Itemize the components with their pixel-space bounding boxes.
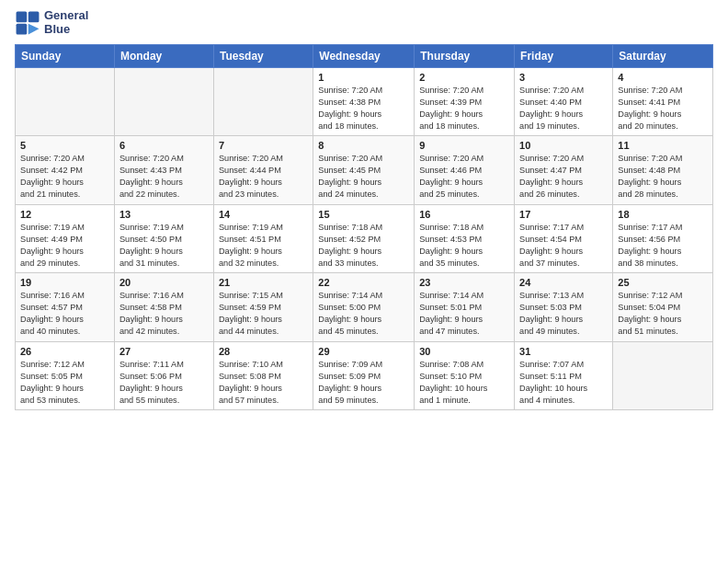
day-number: 29 — [318, 346, 409, 357]
day-number: 18 — [618, 209, 708, 220]
day-info: Sunrise: 7:10 AM Sunset: 5:08 PM Dayligh… — [219, 359, 308, 407]
calendar-cell: 27Sunrise: 7:11 AM Sunset: 5:06 PM Dayli… — [114, 341, 213, 410]
weekday-header-thursday: Thursday — [415, 44, 515, 67]
day-info: Sunrise: 7:08 AM Sunset: 5:10 PM Dayligh… — [419, 359, 509, 407]
calendar-cell: 2Sunrise: 7:20 AM Sunset: 4:39 PM Daylig… — [415, 67, 515, 136]
day-info: Sunrise: 7:20 AM Sunset: 4:47 PM Dayligh… — [519, 153, 608, 201]
day-info: Sunrise: 7:16 AM Sunset: 4:57 PM Dayligh… — [20, 290, 109, 338]
day-number: 3 — [519, 72, 608, 83]
day-number: 20 — [119, 277, 209, 288]
day-number: 16 — [419, 209, 509, 220]
day-info: Sunrise: 7:15 AM Sunset: 4:59 PM Dayligh… — [219, 290, 308, 338]
calendar-week-2: 5Sunrise: 7:20 AM Sunset: 4:42 PM Daylig… — [16, 136, 713, 205]
calendar-cell: 8Sunrise: 7:20 AM Sunset: 4:45 PM Daylig… — [313, 136, 415, 205]
day-number: 2 — [419, 72, 509, 83]
day-info: Sunrise: 7:20 AM Sunset: 4:42 PM Dayligh… — [20, 153, 109, 201]
calendar-week-4: 19Sunrise: 7:16 AM Sunset: 4:57 PM Dayli… — [16, 273, 713, 342]
calendar-cell: 14Sunrise: 7:19 AM Sunset: 4:51 PM Dayli… — [213, 204, 313, 273]
calendar-cell: 22Sunrise: 7:14 AM Sunset: 5:00 PM Dayli… — [313, 273, 415, 342]
day-number: 23 — [419, 277, 509, 288]
calendar-cell: 23Sunrise: 7:14 AM Sunset: 5:01 PM Dayli… — [415, 273, 515, 342]
day-info: Sunrise: 7:17 AM Sunset: 4:54 PM Dayligh… — [519, 222, 608, 270]
day-info: Sunrise: 7:20 AM Sunset: 4:44 PM Dayligh… — [219, 153, 308, 201]
weekday-header-tuesday: Tuesday — [213, 44, 313, 67]
day-number: 1 — [318, 72, 409, 83]
day-info: Sunrise: 7:09 AM Sunset: 5:09 PM Dayligh… — [318, 359, 409, 407]
day-info: Sunrise: 7:17 AM Sunset: 4:56 PM Dayligh… — [618, 222, 708, 270]
calendar-cell: 26Sunrise: 7:12 AM Sunset: 5:05 PM Dayli… — [16, 341, 115, 410]
logo-text: General Blue — [44, 9, 88, 37]
day-info: Sunrise: 7:16 AM Sunset: 4:58 PM Dayligh… — [119, 290, 209, 338]
day-number: 12 — [20, 209, 109, 220]
calendar-week-5: 26Sunrise: 7:12 AM Sunset: 5:05 PM Dayli… — [16, 341, 713, 410]
day-info: Sunrise: 7:20 AM Sunset: 4:43 PM Dayligh… — [119, 153, 209, 201]
calendar-cell: 3Sunrise: 7:20 AM Sunset: 4:40 PM Daylig… — [515, 67, 613, 136]
calendar-cell — [213, 67, 313, 136]
day-info: Sunrise: 7:20 AM Sunset: 4:41 PM Dayligh… — [618, 85, 708, 132]
day-number: 13 — [119, 209, 209, 220]
calendar-cell: 1Sunrise: 7:20 AM Sunset: 4:38 PM Daylig… — [313, 67, 415, 136]
page: General Blue SundayMondayTuesdayWednesda… — [0, 0, 728, 425]
day-number: 11 — [618, 140, 708, 151]
calendar-cell — [114, 67, 213, 136]
day-number: 10 — [519, 140, 608, 151]
calendar-cell: 5Sunrise: 7:20 AM Sunset: 4:42 PM Daylig… — [16, 136, 115, 205]
day-number: 24 — [519, 277, 608, 288]
weekday-header-wednesday: Wednesday — [313, 44, 415, 67]
weekday-header-saturday: Saturday — [613, 44, 713, 67]
day-number: 30 — [419, 346, 509, 357]
day-info: Sunrise: 7:19 AM Sunset: 4:49 PM Dayligh… — [20, 222, 109, 270]
weekday-header-monday: Monday — [114, 44, 213, 67]
day-info: Sunrise: 7:20 AM Sunset: 4:48 PM Dayligh… — [618, 153, 708, 201]
calendar-cell: 17Sunrise: 7:17 AM Sunset: 4:54 PM Dayli… — [515, 204, 613, 273]
header: General Blue — [15, 9, 713, 37]
day-info: Sunrise: 7:12 AM Sunset: 5:04 PM Dayligh… — [618, 290, 708, 338]
calendar-week-1: 1Sunrise: 7:20 AM Sunset: 4:38 PM Daylig… — [16, 67, 713, 136]
calendar-cell: 16Sunrise: 7:18 AM Sunset: 4:53 PM Dayli… — [415, 204, 515, 273]
day-number: 19 — [20, 277, 109, 288]
calendar-cell: 15Sunrise: 7:18 AM Sunset: 4:52 PM Dayli… — [313, 204, 415, 273]
calendar-week-3: 12Sunrise: 7:19 AM Sunset: 4:49 PM Dayli… — [16, 204, 713, 273]
day-number: 5 — [20, 140, 109, 151]
day-info: Sunrise: 7:20 AM Sunset: 4:39 PM Dayligh… — [419, 85, 509, 132]
day-number: 8 — [318, 140, 409, 151]
svg-rect-3 — [17, 24, 28, 35]
day-info: Sunrise: 7:20 AM Sunset: 4:45 PM Dayligh… — [318, 153, 409, 201]
day-info: Sunrise: 7:18 AM Sunset: 4:53 PM Dayligh… — [419, 222, 509, 270]
day-info: Sunrise: 7:07 AM Sunset: 5:11 PM Dayligh… — [519, 359, 608, 407]
calendar-table: SundayMondayTuesdayWednesdayThursdayFrid… — [15, 44, 713, 411]
day-number: 27 — [119, 346, 209, 357]
calendar-cell: 11Sunrise: 7:20 AM Sunset: 4:48 PM Dayli… — [613, 136, 713, 205]
day-info: Sunrise: 7:20 AM Sunset: 4:46 PM Dayligh… — [419, 153, 509, 201]
day-info: Sunrise: 7:20 AM Sunset: 4:38 PM Dayligh… — [318, 85, 409, 132]
calendar-cell: 25Sunrise: 7:12 AM Sunset: 5:04 PM Dayli… — [613, 273, 713, 342]
day-info: Sunrise: 7:14 AM Sunset: 5:00 PM Dayligh… — [318, 290, 409, 338]
calendar-cell — [613, 341, 713, 410]
weekday-header-sunday: Sunday — [16, 44, 115, 67]
calendar-cell: 10Sunrise: 7:20 AM Sunset: 4:47 PM Dayli… — [515, 136, 613, 205]
calendar-cell: 6Sunrise: 7:20 AM Sunset: 4:43 PM Daylig… — [114, 136, 213, 205]
calendar-cell: 19Sunrise: 7:16 AM Sunset: 4:57 PM Dayli… — [16, 273, 115, 342]
calendar-cell: 12Sunrise: 7:19 AM Sunset: 4:49 PM Dayli… — [16, 204, 115, 273]
day-info: Sunrise: 7:19 AM Sunset: 4:50 PM Dayligh… — [119, 222, 209, 270]
svg-rect-1 — [17, 11, 28, 22]
calendar-cell: 4Sunrise: 7:20 AM Sunset: 4:41 PM Daylig… — [613, 67, 713, 136]
day-info: Sunrise: 7:18 AM Sunset: 4:52 PM Dayligh… — [318, 222, 409, 270]
day-number: 31 — [519, 346, 608, 357]
day-info: Sunrise: 7:12 AM Sunset: 5:05 PM Dayligh… — [20, 359, 109, 407]
day-number: 22 — [318, 277, 409, 288]
calendar-cell: 9Sunrise: 7:20 AM Sunset: 4:46 PM Daylig… — [415, 136, 515, 205]
day-number: 6 — [119, 140, 209, 151]
day-info: Sunrise: 7:14 AM Sunset: 5:01 PM Dayligh… — [419, 290, 509, 338]
day-info: Sunrise: 7:20 AM Sunset: 4:40 PM Dayligh… — [519, 85, 608, 132]
logo-icon — [15, 10, 40, 36]
calendar-cell: 24Sunrise: 7:13 AM Sunset: 5:03 PM Dayli… — [515, 273, 613, 342]
calendar-cell: 28Sunrise: 7:10 AM Sunset: 5:08 PM Dayli… — [213, 341, 313, 410]
day-number: 9 — [419, 140, 509, 151]
calendar-cell — [16, 67, 115, 136]
day-number: 17 — [519, 209, 608, 220]
day-info: Sunrise: 7:19 AM Sunset: 4:51 PM Dayligh… — [219, 222, 308, 270]
weekday-header-row: SundayMondayTuesdayWednesdayThursdayFrid… — [16, 44, 713, 67]
calendar-cell: 29Sunrise: 7:09 AM Sunset: 5:09 PM Dayli… — [313, 341, 415, 410]
day-info: Sunrise: 7:13 AM Sunset: 5:03 PM Dayligh… — [519, 290, 608, 338]
